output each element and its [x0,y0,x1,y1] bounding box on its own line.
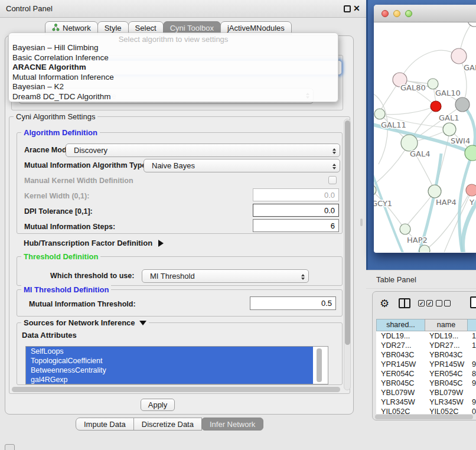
node-label: GAL4 [410,149,430,158]
node-label: GAL1 [439,113,459,122]
expanded-arrow-icon[interactable] [139,321,146,325]
table-cell: 9. [467,360,476,369]
table-cell [467,388,476,397]
tab-discretize-data[interactable]: Discretize Data [133,418,202,431]
table-row[interactable]: YBR043CYBR043C [376,350,476,360]
hub-factor-definition-toggle[interactable]: Hub/Transcription Factor Definition [24,239,164,247]
node-label: Y [469,198,474,207]
network-edge[interactable] [380,107,432,115]
minimize-traffic-light-icon[interactable] [393,10,400,17]
network-node[interactable] [431,101,441,112]
attribute-list-item[interactable]: BetweennessCentrality [26,366,313,375]
network-node[interactable] [455,97,470,112]
aracne-mode-combobox[interactable]: Discovery [66,144,340,157]
algorithm-dropdown-popup: Select algorithm to view settings Bayesi… [8,32,338,102]
table-cell: YER054C [425,369,467,379]
panel-splitter-handle[interactable] [360,219,363,226]
column-header[interactable]: name [425,319,467,331]
mi-algorithm-type-combobox[interactable]: Naive Bayes [144,159,340,172]
table-row[interactable]: YDL19...YDL19...13 [376,331,476,341]
table-cell: YDL19... [376,331,425,341]
mi-steps-field[interactable] [253,219,339,232]
network-node[interactable] [443,123,456,136]
select-all-icon[interactable]: ✓✓ [418,300,433,306]
manual-kernel-width-label: Manual Kernel Width Definition [24,177,133,185]
table-row[interactable]: YLR345WYLR345W9. [376,397,476,407]
deselect-all-icon[interactable] [436,300,451,306]
network-node[interactable] [401,135,418,151]
network-canvas[interactable]: GALGAL80GAL10GAL1GAL11GAL4SWI4GCY1HAP4YH… [374,22,476,252]
network-edge[interactable] [374,190,402,226]
network-node[interactable] [428,79,438,89]
which-threshold-combobox[interactable]: MI Threshold [142,269,309,283]
list-scrollbar-thumb[interactable] [317,348,322,382]
table-row[interactable]: YBL079WYBL079W [376,388,476,397]
table-cell: YDL19... [425,331,467,341]
algorithm-dropdown-prompt: Select algorithm to view settings [9,33,338,43]
network-node[interactable] [428,185,441,198]
data-attributes-label: Data Attributes [22,331,77,340]
mi-algorithm-type-label: Mutual Information Algorithm Type: [24,161,148,169]
network-node[interactable] [374,109,385,119]
table-cell: YIL052C [425,407,467,414]
gear-icon[interactable]: ⚙ [380,297,389,310]
table-horizontal-scrollbar[interactable] [375,415,473,419]
dpi-tolerance-field[interactable] [253,204,339,217]
network-node[interactable] [466,184,476,196]
algorithm-option[interactable]: Bayesian – Hill Climbing [9,43,338,53]
attribute-list-item[interactable]: gal4RGexp [26,375,313,384]
network-node[interactable] [400,224,410,234]
mi-threshold-label: Mutual Information Threshold: [29,300,136,308]
network-node[interactable] [451,48,467,64]
algorithm-option[interactable]: ARACNE Algorithm [9,63,338,73]
kernel-width-field[interactable] [253,188,339,201]
sources-group-title[interactable]: Sources for Network Inference [21,318,149,327]
node-table: shared...name YDL19...YDL19...13YDR27...… [376,319,476,414]
close-traffic-light-icon[interactable] [382,10,389,17]
settings-horizontal-scrollbar[interactable] [12,387,340,392]
table-cell: YER054C [376,369,425,379]
manual-kernel-width-checkbox[interactable] [328,176,337,184]
table-cell [467,350,476,360]
table-cell: YLR345W [425,397,467,407]
network-node[interactable] [419,245,430,252]
tab-label: Network [63,24,91,32]
algorithm-option[interactable]: Bayesian – K2 [9,82,338,92]
table-row[interactable]: YIL052CYIL052C0. [376,407,476,414]
mi-threshold-field[interactable] [250,296,336,310]
algorithm-option[interactable]: Mutual Information Inference [9,73,338,83]
algorithm-option[interactable]: Basic Correlation Inference [9,53,338,63]
tab-impute-data[interactable]: Impute Data [76,418,134,431]
network-node[interactable] [468,22,476,27]
settings-scrollbar-thumb[interactable] [345,120,350,345]
node-label: GCY1 [374,199,392,208]
column-header[interactable] [467,319,476,331]
data-attributes-list[interactable]: SelfLoopsTopologicalCoefficientBetweenne… [25,346,328,384]
threshold-definition-title: Threshold Definition [21,252,100,261]
zoom-traffic-light-icon[interactable] [405,10,412,17]
apply-button[interactable]: Apply [141,399,175,411]
table-cell: YIL052C [376,407,425,414]
network-edge[interactable] [374,170,403,252]
table-cell: YBR045C [376,379,425,388]
column-header[interactable]: shared... [376,319,425,331]
new-table-icon[interactable] [470,296,476,308]
tab-infer-network[interactable]: Infer Network [201,418,263,431]
attribute-list-item[interactable]: TopologicalCoefficient [26,356,313,366]
network-node[interactable] [465,145,476,161]
column-layout-icon[interactable] [399,298,410,308]
algorithm-option[interactable]: Dream8 DC_TDC Algorithm [9,92,338,102]
table-row[interactable]: YBR045CYBR045C9. [376,379,476,388]
panel-grip-icon[interactable] [5,444,15,450]
table-row[interactable]: YER054CYER054C8. [376,369,476,379]
network-edge[interactable] [400,50,459,80]
attribute-list-item[interactable]: SelfLoops [26,347,313,356]
dpi-tolerance-label: DPI Tolerance [0,1]: [24,207,93,216]
collapsed-arrow-icon[interactable] [158,240,164,247]
float-window-icon[interactable] [344,5,351,12]
network-window-titlebar[interactable] [374,5,476,22]
table-row[interactable]: YDR27...YDR27...12 [376,341,476,350]
settings-vertical-scrollbar[interactable] [344,119,351,390]
close-icon[interactable]: ✕ [353,4,360,13]
table-row[interactable]: YPR145WYPR145W9. [376,360,476,369]
